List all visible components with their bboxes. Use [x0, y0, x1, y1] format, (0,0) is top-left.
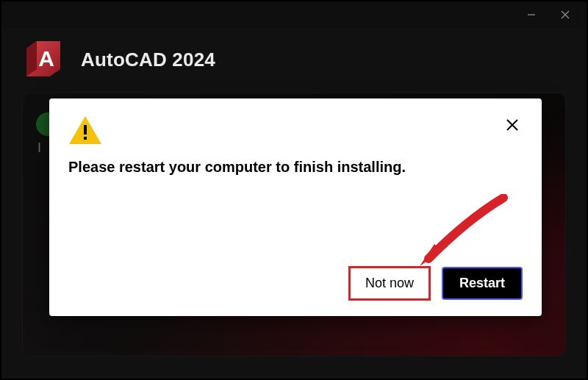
dialog-close-button[interactable] [502, 115, 523, 135]
app-title: AutoCAD 2024 [81, 49, 215, 71]
annotation-arrow-icon [415, 194, 511, 268]
svg-marker-11 [420, 244, 442, 266]
header: A AutoCAD 2024 [1, 28, 587, 88]
not-now-button[interactable]: Not now [351, 268, 429, 298]
app-logo: A [22, 38, 65, 81]
close-icon [506, 118, 519, 132]
app-logo-letter: A [38, 46, 54, 71]
installer-window: A AutoCAD 2024 I Please restart your com [0, 0, 588, 380]
dialog-actions: Not now Restart [68, 267, 523, 300]
svg-rect-6 [84, 125, 87, 135]
svg-rect-7 [84, 137, 87, 140]
dialog-message: Please restart your computer to finish i… [68, 159, 523, 176]
close-icon [561, 10, 570, 19]
body-area: I Please restart your computer to finish… [1, 88, 587, 379]
warning-icon [68, 115, 102, 146]
card-text-fragment: I [37, 140, 41, 156]
minimize-button[interactable] [514, 4, 548, 26]
titlebar [1, 1, 587, 28]
restart-button[interactable]: Restart [442, 267, 523, 300]
minimize-icon [527, 10, 536, 19]
dialog-header [68, 115, 523, 146]
window-close-button[interactable] [548, 4, 582, 26]
restart-dialog: Please restart your computer to finish i… [49, 98, 542, 316]
